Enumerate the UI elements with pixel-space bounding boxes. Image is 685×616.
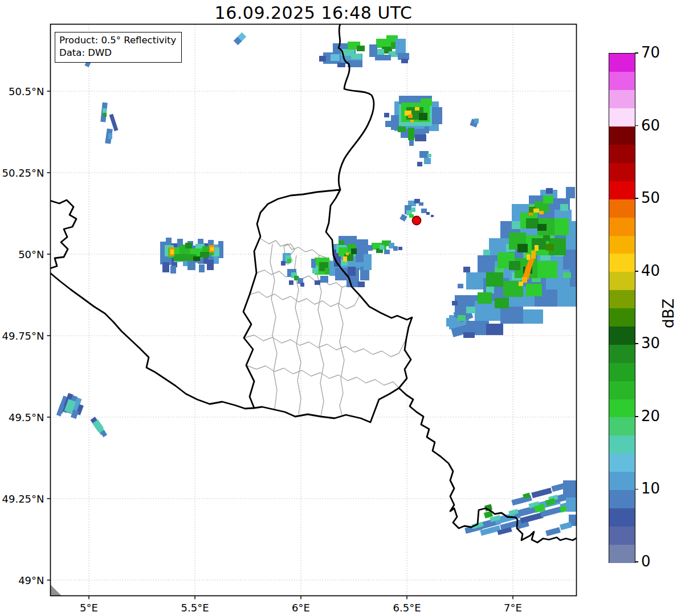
echo-cell bbox=[560, 522, 572, 531]
radar-coverage-wedge bbox=[51, 585, 62, 596]
x-tick-label: 7°E bbox=[504, 602, 522, 614]
echo-cell bbox=[108, 133, 112, 139]
colorbar-tick-label: 60 bbox=[641, 117, 660, 134]
echo-cell bbox=[427, 154, 431, 157]
x-tick-label: 5°E bbox=[80, 602, 98, 614]
echo-cell bbox=[410, 120, 414, 123]
echo-cell bbox=[358, 282, 365, 287]
x-tick-label: 6.5°E bbox=[393, 602, 421, 614]
echo-cell bbox=[170, 250, 174, 254]
echo-cell bbox=[486, 324, 503, 335]
echo-cell bbox=[348, 267, 356, 276]
echo-cell bbox=[289, 280, 293, 285]
x-tick-label: 5.5°E bbox=[181, 602, 209, 614]
colorbar-segment bbox=[609, 417, 635, 435]
echo-cell bbox=[537, 224, 547, 231]
colorbar-tick-mark bbox=[635, 489, 638, 490]
echo-cell bbox=[109, 114, 119, 132]
colorbar-segment bbox=[609, 362, 635, 381]
echo-cell bbox=[495, 298, 509, 308]
y-tick-label: 50°N bbox=[18, 248, 44, 260]
echo-cell bbox=[425, 127, 429, 133]
echo-cell bbox=[346, 278, 359, 287]
echo-cell bbox=[193, 256, 200, 261]
y-tick-label: 49.25°N bbox=[2, 493, 44, 505]
colorbar-segment bbox=[609, 217, 635, 235]
echo-cell bbox=[509, 261, 520, 270]
echo-cell bbox=[395, 39, 406, 55]
echo-cell bbox=[375, 55, 391, 60]
colorbar-tick-mark bbox=[635, 198, 638, 199]
echo-cell bbox=[452, 301, 458, 305]
echo-cell bbox=[331, 54, 340, 61]
echo-cell bbox=[199, 264, 205, 272]
echo-cell bbox=[566, 497, 577, 512]
echo-cell bbox=[431, 107, 442, 124]
echo-cell bbox=[463, 267, 470, 272]
echo-cell bbox=[408, 128, 414, 140]
echo-cell bbox=[343, 256, 347, 262]
colorbar-tick-label: 30 bbox=[641, 334, 660, 352]
country-border-path bbox=[50, 273, 254, 409]
admin-border-path bbox=[250, 292, 360, 309]
echo-cell bbox=[419, 151, 429, 158]
echo-cell bbox=[287, 259, 291, 263]
colorbar-unit-label: dBZ bbox=[660, 294, 678, 333]
radar-map: 5°E5.5°E6°E6.5°E7°E50.5°N50.25°N50°N49.7… bbox=[0, 0, 685, 616]
echo-cell bbox=[346, 252, 349, 255]
colorbar-segment bbox=[609, 508, 635, 526]
y-tick-label: 50.25°N bbox=[2, 167, 44, 179]
radar-echoes bbox=[56, 32, 577, 536]
echo-cell bbox=[351, 248, 357, 254]
echo-cell bbox=[533, 209, 539, 213]
echo-cell bbox=[546, 188, 553, 194]
y-tick-label: 49.5°N bbox=[9, 411, 44, 423]
echo-cell bbox=[535, 245, 539, 251]
echo-cell bbox=[408, 115, 413, 118]
dbz-colorbar bbox=[609, 53, 635, 563]
echo-cell bbox=[466, 307, 475, 313]
echo-cell bbox=[300, 283, 304, 287]
echo-cell bbox=[458, 284, 463, 288]
echo-cell bbox=[415, 134, 426, 141]
y-tick-label: 50.5°N bbox=[9, 85, 44, 97]
colorbar-segment bbox=[609, 108, 635, 127]
echo-cell bbox=[380, 245, 384, 250]
echo-cell bbox=[537, 261, 557, 278]
echo-cell bbox=[384, 113, 389, 117]
echo-cell bbox=[339, 240, 344, 245]
y-tick-label: 49.75°N bbox=[2, 330, 44, 342]
product-info-box: Product: 0.5° Reflectivity Data: DWD bbox=[55, 32, 182, 63]
echo-cell bbox=[546, 244, 554, 251]
colorbar-segment bbox=[609, 454, 635, 472]
echo-cell bbox=[315, 280, 320, 285]
colorbar-segment bbox=[609, 162, 635, 181]
colorbar-tick-mark bbox=[635, 271, 638, 272]
echo-cell bbox=[539, 211, 544, 214]
echo-cell bbox=[415, 107, 419, 111]
echo-cell bbox=[563, 480, 577, 497]
echo-cell bbox=[431, 215, 434, 217]
echo-cell bbox=[419, 113, 427, 120]
axis-tick-marks bbox=[47, 91, 513, 599]
echo-cell bbox=[458, 315, 466, 321]
axis-tick-labels: 5°E5.5°E6°E6.5°E7°E50.5°N50.25°N50°N49.7… bbox=[2, 85, 522, 614]
echo-cell bbox=[210, 247, 214, 251]
radar-figure: 16.09.2025 16:48 UTC Product: 0.5° Refle… bbox=[0, 0, 685, 616]
echo-cell bbox=[486, 272, 503, 287]
echo-cell bbox=[421, 209, 427, 213]
x-tick-label: 6°E bbox=[292, 602, 310, 614]
echo-cell bbox=[463, 332, 475, 338]
colorbar-segment bbox=[609, 90, 635, 108]
echo-cell bbox=[557, 287, 577, 307]
echo-cell bbox=[419, 202, 423, 206]
colorbar-tick-label: 50 bbox=[641, 189, 660, 206]
echo-cell bbox=[519, 282, 523, 286]
echo-cell bbox=[543, 235, 550, 241]
echo-cell bbox=[543, 195, 553, 203]
colorbar-tick-mark bbox=[635, 343, 638, 344]
echo-cell bbox=[320, 276, 328, 283]
echo-cell bbox=[185, 243, 192, 248]
echo-cell bbox=[351, 54, 361, 59]
colorbar-segment bbox=[609, 127, 635, 145]
